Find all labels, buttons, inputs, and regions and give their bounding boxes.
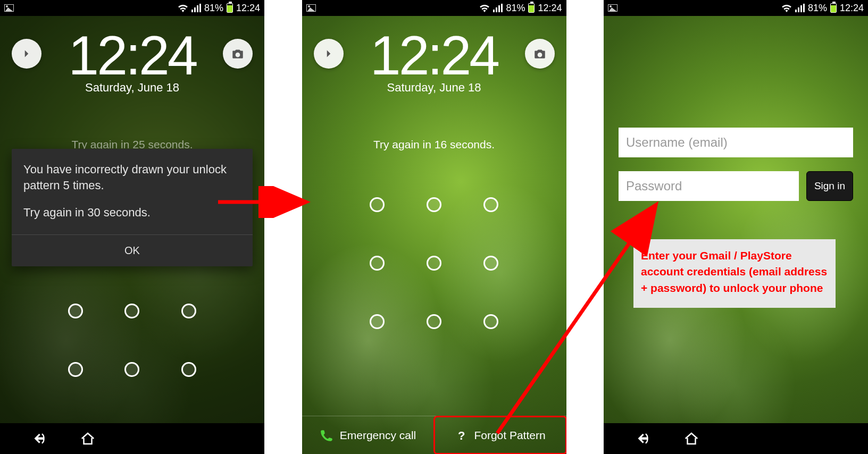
- forgot-pattern-label: Forgot Pattern: [474, 429, 545, 442]
- signal-icon: [191, 4, 201, 12]
- lock-clock: 12:24: [344, 29, 525, 82]
- camera-shortcut-button[interactable]: [525, 39, 555, 69]
- phone-screen-3: 81% 12:24 Sign in Enter your Gmail / Pla…: [604, 0, 868, 454]
- annotation-callout: Enter your Gmail / PlayStore account cre…: [633, 239, 836, 308]
- lock-bottom-row: Emergency call ? Forgot Pattern: [302, 416, 566, 454]
- home-icon[interactable]: [683, 431, 699, 447]
- battery-icon: [830, 3, 837, 13]
- statusbar-time: 12:24: [840, 3, 864, 14]
- pattern-dot[interactable]: [104, 282, 161, 340]
- status-bar: 81% 12:24: [604, 0, 868, 16]
- battery-icon: [528, 3, 535, 13]
- try-again-text: Try again in 16 seconds.: [302, 138, 566, 151]
- pattern-dot[interactable]: [406, 234, 463, 292]
- pattern-dot[interactable]: [462, 292, 519, 351]
- pattern-dot[interactable]: [349, 175, 406, 234]
- svg-text:?: ?: [458, 429, 465, 442]
- notification-picture-icon: [306, 4, 316, 12]
- battery-pct: 81%: [506, 3, 525, 14]
- battery-icon: [227, 3, 233, 13]
- statusbar-time: 12:24: [236, 3, 260, 14]
- back-icon[interactable]: [32, 431, 48, 447]
- question-icon: ?: [455, 429, 468, 442]
- dialog-text-line2: Try again in 30 seconds.: [23, 205, 241, 221]
- emergency-call-button[interactable]: Emergency call: [302, 416, 434, 454]
- battery-pct: 81%: [204, 3, 223, 14]
- camera-icon: [231, 47, 245, 61]
- username-input[interactable]: [619, 128, 853, 157]
- lock-widget-row: 12:24 Saturday, June 18: [302, 29, 566, 95]
- lock-clock: 12:24: [41, 29, 223, 82]
- camera-shortcut-button[interactable]: [223, 39, 253, 69]
- dialog-ok-button[interactable]: OK: [12, 235, 253, 266]
- phone-screen-2: 81% 12:24 12:24 Saturday, June 18 Try ag…: [302, 0, 566, 454]
- pattern-dot[interactable]: [47, 340, 104, 399]
- signin-button[interactable]: Sign in: [806, 171, 853, 201]
- statusbar-time: 12:24: [538, 3, 562, 14]
- signal-icon: [795, 4, 805, 12]
- emergency-call-label

: Emergency call: [340, 429, 416, 442]
- pattern-dot[interactable]: [104, 340, 161, 399]
- notification-picture-icon: [608, 4, 617, 12]
- widgets-button[interactable]: [12, 39, 41, 69]
- lock-widget-row: 12:24 Saturday, June 18: [0, 29, 264, 95]
- pattern-dot[interactable]: [462, 175, 519, 234]
- chevron-right-icon: [322, 47, 336, 61]
- pattern-dot[interactable]: [406, 292, 463, 351]
- chevron-right-icon: [20, 47, 34, 61]
- phone-icon: [320, 428, 333, 442]
- pattern-dot[interactable]: [161, 282, 218, 340]
- nav-bar: [604, 423, 868, 454]
- dialog-text-line1: You have incorrectly drawn your unlock p…: [23, 162, 241, 193]
- notification-picture-icon: [4, 4, 14, 12]
- wifi-icon: [781, 4, 792, 12]
- widgets-button[interactable]: [314, 39, 344, 69]
- wrong-pattern-dialog: You have incorrectly drawn your unlock p…: [12, 149, 253, 266]
- wifi-icon: [479, 4, 490, 12]
- forgot-pattern-button[interactable]: ? Forgot Pattern: [434, 416, 566, 454]
- back-icon[interactable]: [636, 431, 652, 447]
- pattern-dot[interactable]: [161, 340, 218, 399]
- camera-icon: [533, 47, 547, 61]
- status-bar: 81% 12:24: [0, 0, 264, 16]
- phone-screen-1: 81% 12:24 12:24 Saturday, June 18 Try ag…: [0, 0, 264, 454]
- status-bar: 81% 12:24: [302, 0, 566, 16]
- password-input[interactable]: [619, 171, 799, 201]
- pattern-dot[interactable]: [462, 234, 519, 292]
- home-icon[interactable]: [80, 431, 96, 447]
- pattern-dot[interactable]: [349, 234, 406, 292]
- wifi-icon: [178, 4, 188, 12]
- battery-pct: 81%: [808, 3, 827, 14]
- google-signin-form: Sign in: [619, 128, 853, 201]
- pattern-grid[interactable]: [349, 175, 519, 351]
- nav-bar: [0, 423, 264, 454]
- signal-icon: [493, 4, 503, 12]
- pattern-dot[interactable]: [406, 175, 463, 234]
- pattern-dot[interactable]: [349, 292, 406, 351]
- pattern-dot[interactable]: [47, 282, 104, 340]
